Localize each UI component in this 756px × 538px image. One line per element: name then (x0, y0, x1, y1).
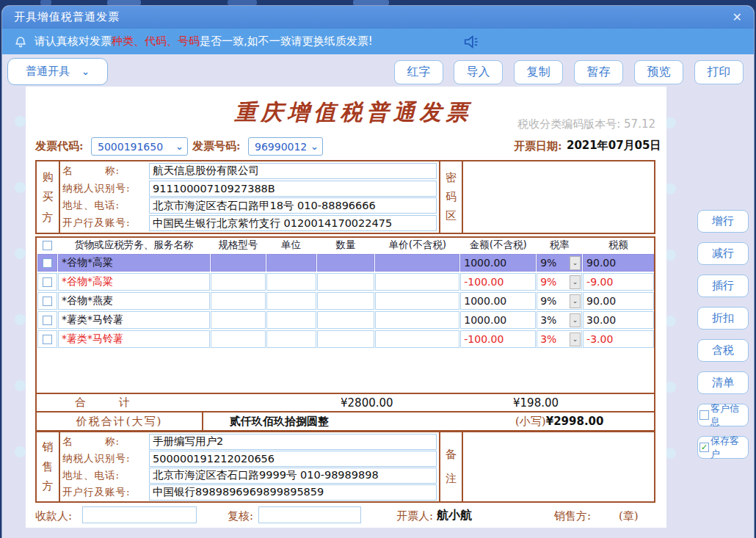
item-price[interactable] (375, 254, 459, 272)
item-tax[interactable]: 90.00 (583, 254, 654, 272)
copy-button[interactable]: 复制 (514, 60, 563, 84)
speaker-icon[interactable] (462, 34, 480, 53)
seller-bank-input[interactable] (149, 484, 437, 501)
discount-button[interactable]: 折扣 (697, 307, 749, 330)
buyer-taxid-input[interactable] (149, 181, 437, 197)
invoice-code-value: 5000191650 (98, 141, 163, 153)
item-row[interactable]: *谷物*燕麦 1000.00 9%⌄ 90.00 (37, 292, 654, 310)
item-tax[interactable]: -3.00 (583, 330, 654, 348)
buyer-bank-input[interactable] (149, 215, 437, 231)
item-price[interactable] (375, 311, 459, 329)
item-row[interactable]: *谷物*高粱 -100.00 9%⌄ -9.00 (37, 273, 654, 291)
item-spec[interactable] (211, 330, 266, 348)
item-qty[interactable] (317, 254, 375, 272)
item-amount[interactable]: -100.00 (460, 273, 536, 291)
item-amount[interactable]: 1000.00 (460, 311, 536, 329)
item-tax[interactable]: 90.00 (583, 292, 654, 310)
grand-total-uppercase: 贰仟玖佰玖拾捌圆整 (230, 415, 329, 429)
chevron-down-icon[interactable]: ⌄ (570, 275, 581, 289)
item-qty[interactable] (317, 311, 375, 329)
chevron-down-icon[interactable]: ⌄ (570, 332, 581, 346)
chevron-down-icon[interactable]: ⌄ (570, 294, 581, 308)
item-price[interactable] (375, 330, 459, 348)
item-unit[interactable] (266, 292, 316, 310)
preview-button[interactable]: 预览 (634, 60, 683, 84)
item-amount[interactable]: 1000.00 (460, 254, 536, 272)
item-spec[interactable] (211, 311, 266, 329)
add-row-button[interactable]: 增行 (697, 210, 749, 233)
list-button[interactable]: 清单 (697, 371, 749, 394)
invoice-number-select[interactable]: 96990012 ⌄ (248, 137, 323, 156)
item-name[interactable]: *薯类*马铃薯 (58, 311, 210, 329)
row-checkbox-cell (37, 273, 57, 291)
item-name[interactable]: *谷物*燕麦 (58, 292, 210, 310)
decorative-dot (665, 117, 676, 128)
insert-row-button[interactable]: 插行 (697, 275, 749, 297)
item-unit[interactable] (266, 330, 316, 348)
item-qty[interactable] (317, 292, 375, 310)
customer-info-toggle[interactable]: 客户信息 (697, 404, 749, 426)
tax-included-button[interactable]: 含税 (697, 339, 749, 362)
tax-rate-select[interactable]: 9%⌄ (537, 292, 582, 310)
chevron-down-icon[interactable]: ⌄ (570, 313, 581, 327)
item-unit[interactable] (266, 254, 316, 272)
invoice-code-select[interactable]: 5000191650 ⌄ (91, 137, 188, 156)
issue-mode-select[interactable]: 普通开具 ⌄ (7, 58, 108, 85)
item-row[interactable]: *薯类*马铃薯 -100.00 3%⌄ -3.00 (37, 330, 654, 348)
reviewer-input[interactable] (258, 506, 361, 523)
tax-rate-select[interactable]: 3%⌄ (537, 330, 582, 348)
buyer-name-input[interactable] (149, 163, 437, 179)
seller-taxid-input[interactable] (149, 451, 437, 467)
item-price[interactable] (375, 292, 459, 310)
item-spec[interactable] (211, 273, 266, 291)
seller-taxid-label: 纳税人识别号: (62, 452, 149, 465)
chevron-down-icon[interactable]: ⌄ (570, 256, 581, 270)
seller-name-input[interactable] (149, 434, 437, 450)
totals-row: 合 计 ¥2800.00 ¥198.00 (37, 393, 654, 411)
invoice-date-label: 开票日期: (514, 139, 562, 153)
item-name[interactable]: *谷物*高粱 (58, 273, 210, 291)
item-amount[interactable]: -100.00 (460, 330, 536, 348)
save-customer-checkbox[interactable] (699, 443, 709, 452)
row-checkbox[interactable] (43, 335, 52, 344)
item-name[interactable]: *薯类*马铃薯 (58, 330, 210, 348)
print-button[interactable]: 打印 (694, 60, 744, 84)
row-checkbox-cell (37, 254, 57, 272)
row-checkbox[interactable] (43, 258, 52, 268)
tax-rate-select[interactable]: 3%⌄ (537, 311, 582, 329)
temp-save-button[interactable]: 暂存 (574, 60, 623, 84)
item-qty[interactable] (317, 273, 375, 291)
item-price[interactable] (375, 273, 459, 291)
issue-mode-value: 普通开具 (26, 65, 70, 79)
customer-info-checkbox[interactable] (699, 410, 709, 420)
item-amount[interactable]: 1000.00 (460, 292, 536, 310)
notice-emphasis: 种类、代码、号码 (112, 34, 200, 48)
payee-input[interactable] (82, 506, 197, 523)
red-letter-button[interactable]: 红字 (394, 60, 443, 84)
item-spec[interactable] (211, 292, 266, 310)
buyer-address-label: 地址、电话: (62, 199, 149, 212)
item-row[interactable]: *薯类*马铃薯 1000.00 3%⌄ 30.00 (37, 311, 654, 329)
item-tax[interactable]: 30.00 (583, 311, 654, 329)
close-icon[interactable]: ✕ (733, 10, 742, 24)
row-checkbox[interactable] (43, 316, 52, 325)
item-tax[interactable]: -9.00 (583, 273, 654, 291)
item-unit[interactable] (266, 311, 316, 329)
col-amount: 金额(不含税) (460, 239, 536, 252)
buyer-address-input[interactable] (149, 197, 437, 214)
item-unit[interactable] (266, 273, 316, 291)
save-customer-toggle[interactable]: 保存客户 (697, 436, 749, 459)
seller-address-input[interactable] (149, 468, 437, 484)
remove-row-button[interactable]: 减行 (697, 242, 749, 265)
item-qty[interactable] (317, 330, 375, 348)
import-button[interactable]: 导入 (454, 60, 503, 84)
item-name[interactable]: *谷物*高粱 (58, 254, 210, 272)
decorative-dot (665, 183, 676, 195)
row-checkbox[interactable] (43, 297, 52, 306)
tax-rate-select[interactable]: 9%⌄ (537, 254, 582, 272)
select-all-checkbox[interactable] (43, 241, 52, 250)
item-spec[interactable] (211, 254, 266, 272)
item-row[interactable]: *谷物*高粱 1000.00 9%⌄ 90.00 (37, 254, 654, 272)
tax-rate-select[interactable]: 9%⌄ (537, 273, 582, 291)
row-checkbox[interactable] (43, 277, 52, 287)
